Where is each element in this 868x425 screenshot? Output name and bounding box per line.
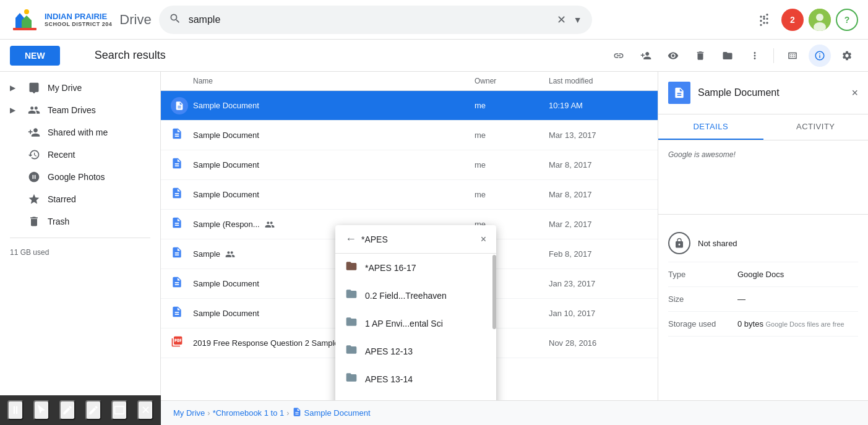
- file-row-sample-document[interactable]: Sample Document me 10:19 AM: [161, 91, 658, 121]
- notification-count: 2: [790, 15, 795, 25]
- recent-label: Recent: [48, 150, 75, 160]
- file-row-1[interactable]: Sample Document me Mar 13, 2017: [161, 121, 658, 150]
- logo-image: [10, 5, 40, 35]
- file-row-3[interactable]: Sample Document me Mar 8, 2017: [161, 180, 658, 210]
- sidebar-item-shared-with-me[interactable]: ▶ Shared with me: [0, 121, 150, 144]
- trash-label: Trash: [48, 217, 69, 226]
- details-header: Sample Document ×: [658, 72, 868, 114]
- details-close-button[interactable]: ×: [851, 87, 858, 100]
- detail-row-size: Size —: [668, 287, 858, 312]
- detail-row-sharing: Not shared: [668, 225, 858, 262]
- recent-icon: [28, 148, 40, 161]
- file-modified-6: Jan 23, 2017: [549, 279, 648, 288]
- shared-with-me-icon: [28, 126, 40, 139]
- divider: [773, 48, 774, 63]
- svg-point-4: [816, 14, 823, 21]
- file-modified-0: 10:19 AM: [549, 101, 648, 110]
- storage-value: 0 bytes Google Docs files are free: [737, 319, 858, 328]
- search-input[interactable]: [189, 14, 549, 25]
- toolbar-close-button[interactable]: ✕: [137, 400, 153, 420]
- sidebar-item-starred[interactable]: ▶ Starred: [0, 188, 150, 210]
- file-icon-2: [171, 157, 193, 173]
- toolbar-cursor-button[interactable]: [33, 400, 49, 420]
- shared-icon-4: [265, 220, 275, 230]
- tab-activity[interactable]: ACTIVITY: [763, 114, 869, 140]
- team-drives-label: Team Drives: [48, 105, 96, 115]
- get-link-button[interactable]: [608, 45, 630, 67]
- file-owner-3: me: [475, 190, 549, 199]
- folder-item-field-treehaven[interactable]: 0.2 Field...Treehaven: [335, 281, 496, 309]
- header: INDIAN PRAIRIE SCHOOL DISTRICT 204 Drive…: [0, 0, 868, 40]
- delete-button[interactable]: [689, 45, 711, 67]
- folder-item-apes-13-14[interactable]: APES 13-14: [335, 365, 496, 393]
- toolbar-pen-button[interactable]: [59, 400, 75, 420]
- svg-point-1: [24, 9, 29, 14]
- sidebar-item-trash[interactable]: ▶ Trash: [0, 210, 150, 233]
- bottom-toolbar: ⏸ ✕: [0, 395, 161, 425]
- folder-item-apes-16-17[interactable]: *APES 16-17: [335, 254, 496, 281]
- file-modified-3: Mar 8, 2017: [549, 190, 648, 199]
- search-dropdown-icon[interactable]: ▼: [574, 15, 582, 25]
- details-doc-icon: [668, 82, 690, 104]
- folder-label-3: APES 12-13: [365, 346, 413, 356]
- sidebar-item-recent[interactable]: ▶ Recent: [0, 144, 150, 166]
- user-avatar[interactable]: [809, 9, 831, 31]
- logo-name: INDIAN PRAIRIE: [45, 12, 112, 22]
- breadcrumb-sep-2: ›: [286, 408, 289, 418]
- grid-apps-button[interactable]: [752, 7, 776, 32]
- my-drive-label: My Drive: [48, 83, 82, 93]
- file-name-sample-document: Sample Document: [193, 101, 475, 110]
- move-to-button[interactable]: [716, 45, 739, 67]
- help-button[interactable]: ?: [836, 9, 858, 31]
- toolbar-rectangle-button[interactable]: [111, 400, 127, 420]
- search-results-title: Search results: [95, 49, 166, 62]
- file-modified-2: Mar 8, 2017: [549, 160, 648, 170]
- file-list-header: Name Owner Last modified: [161, 72, 658, 91]
- sidebar-item-my-drive[interactable]: ▶ My Drive: [0, 77, 150, 99]
- folder-item-ap-envi[interactable]: 1 AP Envi...ental Sci: [335, 309, 496, 337]
- file-modified-1: Mar 13, 2017: [549, 131, 648, 140]
- popup-close-button[interactable]: ×: [481, 234, 486, 245]
- google-photos-icon: [28, 171, 40, 183]
- file-owner-0: me: [475, 101, 549, 110]
- preview-button[interactable]: [662, 45, 684, 67]
- popup-back-button[interactable]: ←: [345, 233, 356, 246]
- starred-label: Starred: [48, 194, 76, 204]
- file-icon-6: [171, 276, 193, 291]
- sidebar-item-google-photos[interactable]: ▶ Google Photos: [0, 166, 150, 188]
- file-name-1: Sample Document: [193, 131, 475, 140]
- sidebar-divider: [10, 238, 150, 238]
- breadcrumb-sample-doc[interactable]: Sample Document: [304, 408, 371, 418]
- storage-info: 11 GB used: [0, 243, 160, 262]
- toolbar-highlighter-button[interactable]: [85, 400, 101, 420]
- file-row-2[interactable]: Sample Document me Mar 8, 2017: [161, 150, 658, 180]
- folder-item-apes-12-13[interactable]: APES 12-13: [335, 337, 496, 365]
- trash-icon: [28, 215, 40, 228]
- sidebar-item-team-drives[interactable]: ▶ Team Drives: [0, 99, 150, 121]
- notifications-button[interactable]: 2: [781, 9, 804, 31]
- details-button[interactable]: [809, 45, 831, 67]
- file-owner-1: me: [475, 131, 549, 140]
- breadcrumb-chromebook[interactable]: *Chromebook 1 to 1: [213, 408, 285, 418]
- new-button[interactable]: NEW: [10, 46, 60, 66]
- breadcrumb-my-drive[interactable]: My Drive: [173, 408, 205, 418]
- svg-rect-6: [115, 406, 124, 414]
- notifications-area[interactable]: 2: [781, 9, 804, 31]
- folder-popup: ← *APES × *APES 16-17 0.2 Field...Treeha…: [335, 225, 496, 425]
- share-button[interactable]: [635, 45, 657, 67]
- tab-details[interactable]: DETAILS: [658, 114, 763, 140]
- settings-button[interactable]: [836, 45, 858, 67]
- search-clear-icon[interactable]: ✕: [557, 13, 566, 27]
- folder-gray-icon-4: [345, 371, 358, 387]
- breadcrumb-sep-1: ›: [207, 408, 210, 418]
- main-layout: ▶ My Drive ▶ Team Drives ▶ Shared with m…: [0, 72, 868, 425]
- more-actions-button[interactable]: [744, 45, 766, 67]
- folder-label-2: 1 AP Envi...ental Sci: [365, 319, 443, 328]
- col-modified-header: Last modified: [549, 77, 648, 85]
- popup-scrollbar[interactable]: [492, 255, 496, 329]
- popup-title: *APES: [361, 234, 476, 244]
- toolbar-pause-button[interactable]: ⏸: [7, 400, 24, 420]
- view-toggle-button[interactable]: [781, 45, 804, 67]
- file-icon-doc: [171, 97, 193, 114]
- svg-rect-2: [13, 28, 37, 30]
